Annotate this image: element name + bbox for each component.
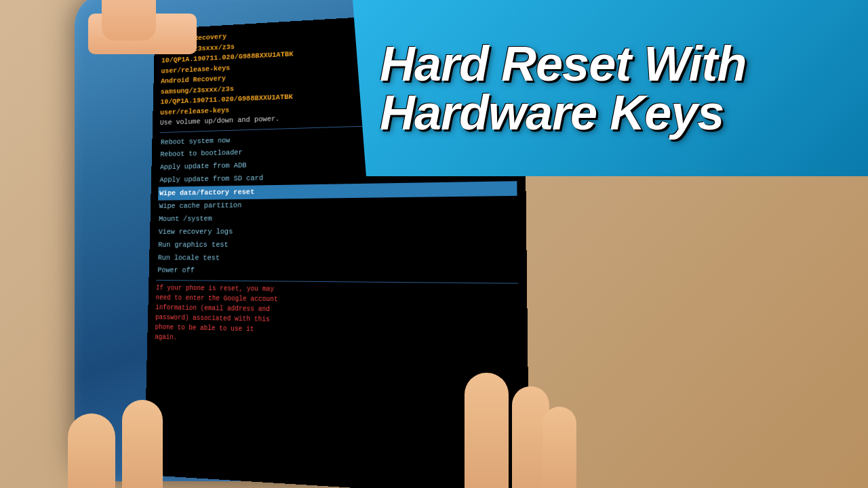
finger-left-2 — [122, 400, 163, 488]
hand-top — [88, 0, 224, 54]
finger-left-1 — [68, 413, 115, 488]
title-line1: Hard Reset With — [380, 39, 841, 88]
menu-item-run-graphics[interactable]: Run graphics test — [157, 238, 517, 252]
title-overlay: Hard Reset With Hardware Keys — [353, 0, 868, 176]
menu-item-power-off[interactable]: Power off — [156, 264, 518, 280]
menu-item-view-recovery[interactable]: View recovery logs — [157, 224, 517, 239]
hand-right — [427, 339, 563, 488]
finger-right-3 — [542, 407, 576, 488]
title-line2: Hardware Keys — [380, 88, 841, 137]
finger-right-1 — [465, 373, 509, 488]
hand-bottom-left — [47, 386, 170, 488]
thumb-top — [102, 0, 156, 41]
menu-item-run-locale[interactable]: Run locale test — [157, 251, 518, 266]
